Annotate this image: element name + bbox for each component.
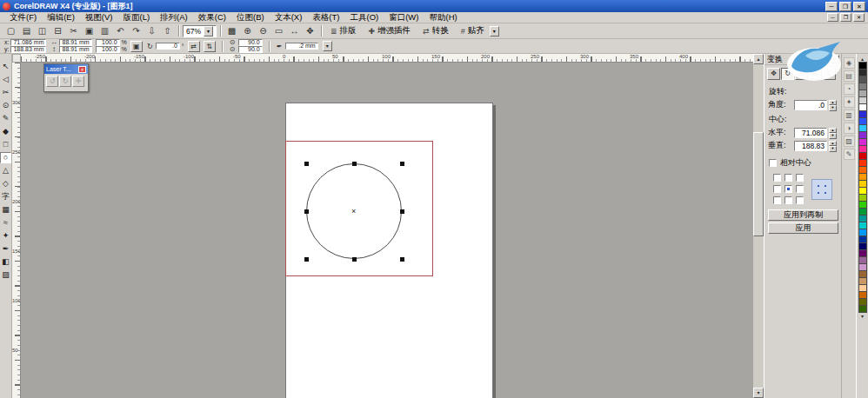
polygon-tool[interactable]: △ bbox=[0, 165, 11, 176]
docker-tab-1-icon[interactable]: ◈ bbox=[844, 57, 855, 69]
selection-handle[interactable] bbox=[352, 162, 357, 166]
export-icon[interactable]: ⇧ bbox=[160, 24, 175, 37]
mirror-vertical-icon[interactable]: ⇅ bbox=[204, 41, 216, 52]
copy-icon[interactable]: ▣ bbox=[82, 24, 97, 37]
convert-button[interactable]: ⇄转换 bbox=[417, 24, 454, 37]
selection-handle[interactable] bbox=[352, 257, 357, 262]
selection-handle[interactable] bbox=[400, 162, 404, 166]
apply-button[interactable]: 应用 bbox=[768, 222, 838, 234]
docker-tab-2-icon[interactable]: ▤ bbox=[844, 70, 855, 82]
new-icon[interactable]: ▢ bbox=[3, 24, 18, 37]
table-tool[interactable]: ▦ bbox=[0, 204, 11, 216]
layout-button[interactable]: ≣排版 bbox=[325, 24, 362, 37]
color-swatch[interactable] bbox=[858, 305, 867, 313]
selection-handle[interactable] bbox=[304, 209, 309, 214]
angle-input[interactable]: .0 bbox=[794, 100, 827, 110]
snap-button[interactable]: #贴齐▾ bbox=[456, 24, 504, 37]
docker-tab-3-icon[interactable]: ◔ bbox=[844, 83, 855, 95]
rotation-center-mark[interactable]: × bbox=[351, 208, 356, 216]
relative-center-checkbox[interactable] bbox=[769, 159, 777, 167]
menu-item[interactable]: 表格(T) bbox=[307, 12, 344, 23]
smart-fill-tool[interactable]: ◆ bbox=[0, 126, 11, 137]
scrollbar-thumb[interactable] bbox=[753, 132, 764, 236]
undo-icon[interactable]: ↶ bbox=[113, 24, 128, 37]
blend-tool[interactable]: ≈ bbox=[0, 217, 11, 229]
rotation-tab[interactable]: ↻ bbox=[781, 68, 794, 80]
chevron-down-icon[interactable]: ▾ bbox=[323, 41, 332, 51]
menu-item[interactable]: 视图(V) bbox=[80, 12, 118, 23]
docker-tab-6-icon[interactable]: ◑ bbox=[844, 123, 855, 134]
rotation-angle-input[interactable]: .0 bbox=[156, 43, 180, 50]
text-tool[interactable]: 字 bbox=[0, 191, 11, 202]
docker-close-icon[interactable]: ✕ bbox=[831, 55, 839, 63]
scroll-down-icon[interactable]: ▾ bbox=[753, 388, 764, 398]
ruler-origin-button[interactable] bbox=[12, 54, 21, 63]
skew-tab[interactable]: ∠ bbox=[823, 68, 836, 80]
selection-handle[interactable] bbox=[400, 209, 404, 214]
scale-y-input[interactable]: 100.0 bbox=[96, 46, 120, 53]
vertical-scrollbar[interactable]: ▴ ▾ bbox=[753, 54, 764, 398]
chevron-down-icon[interactable]: ▾ bbox=[490, 26, 499, 36]
drawing-canvas[interactable]: × bbox=[21, 63, 753, 398]
menu-item[interactable]: 帮助(H) bbox=[424, 12, 462, 23]
plugin-button[interactable]: ✚增强插件 bbox=[364, 24, 417, 37]
arc-start-input[interactable]: 90.0 bbox=[238, 39, 263, 46]
close-button[interactable]: ✕ bbox=[853, 2, 865, 11]
selection-handle[interactable] bbox=[304, 162, 309, 166]
docker-tab-5-icon[interactable]: ▥ bbox=[844, 109, 855, 121]
menu-item[interactable]: 效果(C) bbox=[193, 12, 231, 23]
outline-width-combo[interactable]: .2 mm bbox=[285, 43, 318, 50]
cut-icon[interactable]: ✂ bbox=[66, 24, 81, 37]
app-launcher-icon[interactable]: ▩ bbox=[224, 24, 239, 37]
docker-tab-8-icon[interactable]: ✎ bbox=[844, 149, 855, 160]
x-position-input[interactable]: 71.086 mm bbox=[10, 39, 46, 46]
angle-spinner[interactable]: ▴▾ bbox=[829, 100, 837, 110]
docker-tab-4-icon[interactable]: ✦ bbox=[844, 96, 855, 108]
anchor-checkbox[interactable] bbox=[796, 196, 804, 204]
size-tab[interactable]: ⊞ bbox=[809, 68, 822, 80]
redo-icon[interactable]: ↷ bbox=[129, 24, 144, 37]
doc-restore-button[interactable]: ❐ bbox=[840, 13, 851, 22]
basic-shapes-tool[interactable]: ◇ bbox=[0, 178, 11, 189]
laser-toolbar-close-button[interactable]: ✕ bbox=[78, 66, 86, 73]
zoom-level-combo[interactable]: 67% ▾ bbox=[183, 25, 217, 37]
shape-tool[interactable]: ◁ bbox=[0, 74, 11, 85]
import-icon[interactable]: ⇩ bbox=[144, 24, 159, 37]
pan-icon[interactable]: ✥ bbox=[303, 24, 317, 37]
selection-handle[interactable] bbox=[304, 257, 309, 262]
menu-item[interactable]: 窗口(W) bbox=[384, 12, 424, 23]
apply-to-duplicate-button[interactable]: 应用到再制 bbox=[768, 209, 838, 221]
docker-tab-7-icon[interactable]: ▨ bbox=[844, 136, 855, 147]
laser-toolbar[interactable]: Laser T... ✕ ↺↻✛ bbox=[43, 63, 89, 92]
menu-item[interactable]: 编辑(E) bbox=[42, 12, 80, 23]
ellipse-tool[interactable]: ○ bbox=[0, 152, 11, 163]
vertical-ruler[interactable]: 300250200150100500 bbox=[12, 63, 21, 398]
anchor-checkbox[interactable] bbox=[785, 196, 792, 204]
interactive-fill-tool[interactable]: ▨ bbox=[0, 269, 11, 281]
y-position-input[interactable]: 188.83 mm bbox=[10, 46, 46, 53]
scale-mirror-tab[interactable]: ⇔ bbox=[795, 68, 808, 80]
arc-end-input[interactable]: 90.0 bbox=[238, 46, 263, 53]
maximize-button[interactable]: ❐ bbox=[839, 2, 851, 11]
doc-close-button[interactable]: ✕ bbox=[853, 13, 865, 22]
zoom-out-icon[interactable]: ⊖ bbox=[256, 24, 270, 37]
anchor-checkbox[interactable] bbox=[785, 185, 792, 193]
palette-scroll-down-icon[interactable]: ▾ bbox=[858, 313, 867, 320]
menu-item[interactable]: 文本(X) bbox=[270, 12, 308, 23]
selection-handle[interactable] bbox=[400, 257, 404, 262]
freehand-tool[interactable]: ✎ bbox=[0, 113, 11, 124]
menu-item[interactable]: 排列(A) bbox=[155, 12, 193, 23]
chevron-down-icon[interactable]: ▾ bbox=[204, 26, 213, 36]
lock-ratio-icon[interactable]: ▣ bbox=[130, 41, 143, 52]
scroll-up-icon[interactable]: ▴ bbox=[753, 54, 764, 64]
scale-x-input[interactable]: 100.0 bbox=[96, 39, 120, 46]
open-icon[interactable]: ▤ bbox=[19, 24, 34, 37]
crop-tool[interactable]: ✂ bbox=[0, 87, 11, 98]
width-input[interactable]: 88.91 mm bbox=[59, 39, 91, 46]
horizontal-spinner[interactable]: ▴▾ bbox=[829, 128, 837, 138]
zoom-page-icon[interactable]: ▭ bbox=[271, 24, 286, 37]
menu-item[interactable]: 文件(F) bbox=[4, 12, 42, 23]
paste-icon[interactable]: ▥ bbox=[97, 24, 112, 37]
zoom-tool[interactable]: ⊙ bbox=[0, 100, 11, 111]
laser-tool-1-icon[interactable]: ↺ bbox=[46, 76, 58, 87]
